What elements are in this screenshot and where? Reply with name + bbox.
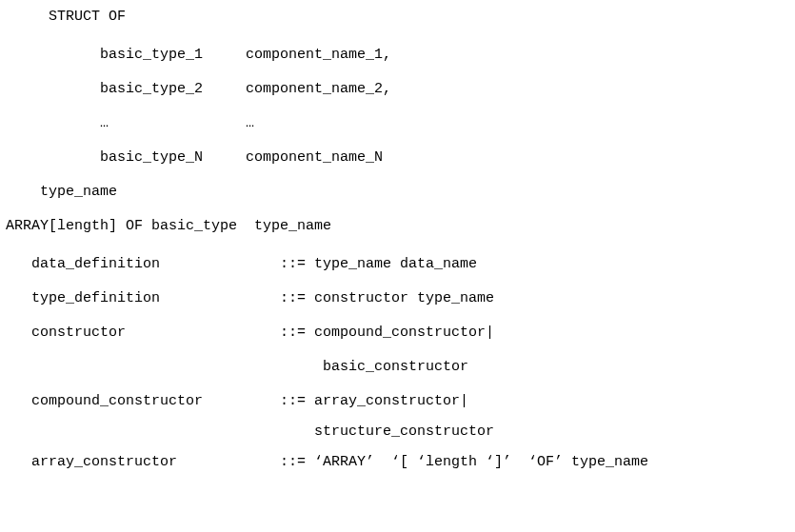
document-content: STRUCT OF basic_type_1 component_name_1,… [0, 0, 795, 480]
grammar-constructor: constructor ::= compound_constructor| [6, 316, 789, 350]
grammar-type-definition: type_definition ::= constructor type_nam… [6, 282, 789, 316]
struct-field-row-n: basic_type_N component_name_N [6, 141, 789, 175]
array-declaration-line: ARRAY[length] OF basic_type type_name [6, 209, 789, 244]
struct-field-row-1: basic_type_1 component_name_1, [6, 38, 789, 72]
grammar-structure-constructor: structure_constructor [6, 419, 789, 445]
struct-field-row-2: basic_type_2 component_name_2, [6, 72, 789, 107]
grammar-data-definition: data_definition ::= type_name data_name [6, 247, 789, 282]
grammar-basic-constructor: basic_constructor [6, 350, 789, 384]
grammar-array-constructor: array_constructor ::= ‘ARRAY’ ‘[ ‘length… [6, 445, 789, 480]
struct-field-ellipsis: … … [6, 107, 789, 141]
grammar-compound-constructor: compound_constructor ::= array_construct… [6, 384, 789, 419]
struct-keyword-line: STRUCT OF [6, 0, 789, 34]
struct-type-name-line: type_name [6, 175, 789, 209]
